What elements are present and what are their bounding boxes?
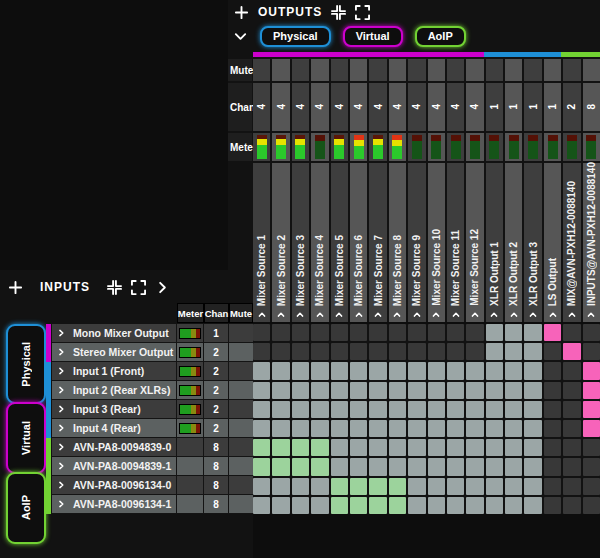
output-column-header[interactable]: XLR Output 2 xyxy=(505,163,522,322)
crosspoint-available[interactable] xyxy=(350,420,367,437)
crosspoint-available[interactable] xyxy=(253,420,270,437)
output-mute-cell[interactable] xyxy=(292,59,309,81)
crosspoint-available[interactable] xyxy=(389,362,406,379)
output-column-header[interactable]: Mixer Source 1 xyxy=(253,163,270,322)
crosspoint-available[interactable] xyxy=(505,401,522,418)
crosspoint-available[interactable] xyxy=(311,497,328,514)
output-mute-cell[interactable] xyxy=(583,59,600,81)
crosspoint-routed-green[interactable] xyxy=(389,497,406,514)
output-mute-cell[interactable] xyxy=(466,59,483,81)
crosspoint-available[interactable] xyxy=(486,497,503,514)
output-mute-cell[interactable] xyxy=(331,59,348,81)
crosspoint-available[interactable] xyxy=(447,401,464,418)
crosspoint-available[interactable] xyxy=(524,343,541,360)
crosspoint-available[interactable] xyxy=(369,382,386,399)
input-row-header[interactable]: Input 3 (Rear) xyxy=(52,400,177,418)
chevron-right-icon[interactable] xyxy=(155,280,170,295)
input-mute-cell[interactable] xyxy=(229,438,253,456)
output-column-header[interactable]: MIX@AVN-PXH12-0088140 xyxy=(563,163,580,322)
crosspoint-available[interactable] xyxy=(369,362,386,379)
crosspoint-available[interactable] xyxy=(253,497,270,514)
crosspoint-available[interactable] xyxy=(331,382,348,399)
crosspoint-available[interactable] xyxy=(466,382,483,399)
crosspoint-available[interactable] xyxy=(253,362,270,379)
crosspoint-available[interactable] xyxy=(253,382,270,399)
crosspoint-available[interactable] xyxy=(389,439,406,456)
crosspoint-routed-green[interactable] xyxy=(272,458,289,475)
crosspoint-available[interactable] xyxy=(486,478,503,495)
input-mute-cell[interactable] xyxy=(229,324,253,342)
crosspoint-available[interactable] xyxy=(486,420,503,437)
crosspoint-available[interactable] xyxy=(524,458,541,475)
crosspoint-available[interactable] xyxy=(466,497,483,514)
crosspoint-available[interactable] xyxy=(505,439,522,456)
input-mute-cell[interactable] xyxy=(229,495,253,513)
crosspoint-available[interactable] xyxy=(272,401,289,418)
crosspoint-available[interactable] xyxy=(311,382,328,399)
collapse-panel-icon[interactable] xyxy=(331,5,346,20)
crosspoint-available[interactable] xyxy=(447,420,464,437)
inputs-tab-virtual[interactable]: Virtual xyxy=(6,402,46,474)
crosspoint-available[interactable] xyxy=(408,362,425,379)
add-output-button[interactable] xyxy=(234,5,249,20)
crosspoint-available[interactable] xyxy=(505,478,522,495)
crosspoint-available[interactable] xyxy=(447,497,464,514)
crosspoint-available[interactable] xyxy=(428,439,445,456)
input-row-header[interactable]: Stereo Mixer Output xyxy=(52,343,177,361)
collapse-panel-icon[interactable] xyxy=(107,280,122,295)
crosspoint-routed-green[interactable] xyxy=(350,497,367,514)
crosspoint-available[interactable] xyxy=(505,458,522,475)
crosspoint-available[interactable] xyxy=(505,324,522,341)
crosspoint-available[interactable] xyxy=(428,362,445,379)
crosspoint-available[interactable] xyxy=(389,420,406,437)
output-column-header[interactable]: Mixer Source 8 xyxy=(389,163,406,322)
crosspoint-available[interactable] xyxy=(428,497,445,514)
crosspoint-routed-green[interactable] xyxy=(253,458,270,475)
output-mute-cell[interactable] xyxy=(253,59,270,81)
fullscreen-panel-icon[interactable] xyxy=(131,280,146,295)
crosspoint-available[interactable] xyxy=(292,478,309,495)
crosspoint-available[interactable] xyxy=(428,478,445,495)
crosspoint-available[interactable] xyxy=(292,401,309,418)
input-row-header[interactable]: Mono Mixer Output xyxy=(52,324,177,342)
crosspoint-routed-pink[interactable] xyxy=(583,420,600,437)
input-mute-cell[interactable] xyxy=(229,419,253,437)
output-column-header[interactable]: XLR Output 1 xyxy=(486,163,503,322)
output-column-header[interactable]: Mixer Source 4 xyxy=(311,163,328,322)
input-row-header[interactable]: Input 4 (Rear) xyxy=(52,419,177,437)
input-mute-cell[interactable] xyxy=(229,362,253,380)
output-mute-cell[interactable] xyxy=(272,59,289,81)
crosspoint-available[interactable] xyxy=(524,439,541,456)
crosspoint-available[interactable] xyxy=(428,382,445,399)
crosspoint-available[interactable] xyxy=(272,420,289,437)
output-column-header[interactable]: LS Output xyxy=(544,163,561,322)
crosspoint-available[interactable] xyxy=(369,439,386,456)
crosspoint-available[interactable] xyxy=(253,478,270,495)
inputs-tab-physical[interactable]: Physical xyxy=(6,324,46,404)
input-row-header[interactable]: AVN-PA8-0096134-1 xyxy=(52,495,177,513)
crosspoint-available[interactable] xyxy=(292,420,309,437)
crosspoint-available[interactable] xyxy=(447,478,464,495)
input-row-header[interactable]: AVN-PA8-0096134-0 xyxy=(52,476,177,494)
crosspoint-available[interactable] xyxy=(447,362,464,379)
inputs-tab-aoip[interactable]: AoIP xyxy=(6,472,46,544)
crosspoint-available[interactable] xyxy=(331,439,348,456)
crosspoint-available[interactable] xyxy=(524,382,541,399)
crosspoint-available[interactable] xyxy=(447,458,464,475)
crosspoint-available[interactable] xyxy=(486,382,503,399)
crosspoint-available[interactable] xyxy=(505,497,522,514)
crosspoint-routed-green[interactable] xyxy=(350,478,367,495)
crosspoint-available[interactable] xyxy=(466,362,483,379)
output-column-header[interactable]: Mixer Source 12 xyxy=(466,163,483,322)
crosspoint-available[interactable] xyxy=(524,401,541,418)
crosspoint-routed-green[interactable] xyxy=(369,497,386,514)
crosspoint-routed-pink[interactable] xyxy=(583,382,600,399)
crosspoint-available[interactable] xyxy=(369,458,386,475)
crosspoint-routed-pink[interactable] xyxy=(563,343,580,360)
crosspoint-available[interactable] xyxy=(350,458,367,475)
crosspoint-routed-green[interactable] xyxy=(292,439,309,456)
input-row-header[interactable]: Input 1 (Front) xyxy=(52,362,177,380)
crosspoint-available[interactable] xyxy=(272,478,289,495)
input-row-header[interactable]: Input 2 (Rear XLRs) xyxy=(52,381,177,399)
output-mute-cell[interactable] xyxy=(369,59,386,81)
